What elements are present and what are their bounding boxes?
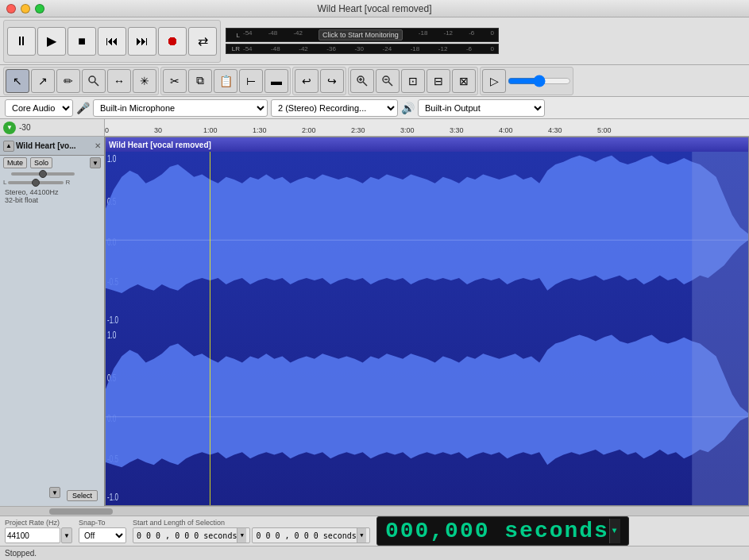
input-device-select[interactable]: Built-in Microphone	[93, 99, 268, 117]
silence-button[interactable]: ▬	[264, 69, 288, 93]
speaker-icon: 🔊	[401, 102, 415, 114]
svg-text:1.0: 1.0	[107, 153, 116, 164]
channel-select[interactable]: 2 (Stereo) Recording...	[271, 99, 398, 117]
time-display: 000,000 seconds ▼	[376, 516, 629, 546]
track-expand-button[interactable]: ▼	[49, 487, 60, 498]
horizontal-scrollbar[interactable]	[0, 506, 749, 516]
playback-meter-row: L -54-48-42 Click to Start Monitoring -1…	[226, 28, 499, 42]
device-row: Core Audio 🎤 Built-in Microphone 2 (Ster…	[0, 97, 749, 119]
track-collapse-button[interactable]: ▲	[3, 141, 14, 152]
project-rate-group: Project Rate (Hz) ▼	[5, 519, 72, 543]
output-device-select[interactable]: Built-in Output	[418, 99, 545, 117]
skip-forward-button[interactable]: ⏭	[128, 27, 156, 56]
trim-button[interactable]: ⊢	[239, 69, 263, 93]
scrollbar-thumb[interactable]	[49, 508, 113, 515]
waveform-area[interactable]: Wild Heart [vocal removed] 1.0 0.5 0.0 -…	[105, 137, 749, 506]
undo-button[interactable]: ↩	[295, 69, 319, 93]
gain-slider-track	[11, 172, 75, 176]
transport-section: ⏸ ▶ ■ ⏮ ⏭ ⏺ ⇄	[3, 20, 221, 63]
play-button[interactable]: ▶	[37, 27, 66, 56]
cut-button[interactable]: ✂	[163, 69, 187, 93]
track-format-info: Stereo, 44100Hz 32-bit float	[0, 187, 104, 206]
pan-row: L R	[0, 178, 104, 187]
multi-tool[interactable]: ✳	[133, 69, 156, 93]
undo-section: ↩ ↪	[292, 67, 346, 95]
snap-select[interactable]: Off	[79, 527, 126, 543]
time-display-dropdown[interactable]: ▼	[609, 519, 620, 543]
transport-toolbar: ⏸ ▶ ■ ⏮ ⏭ ⏺ ⇄ L -54-48-42 Click to Start…	[0, 17, 749, 65]
draw-tool[interactable]: ✏	[56, 69, 80, 93]
project-rate-input[interactable]	[5, 527, 60, 543]
snap-label: Snap-To	[79, 519, 126, 527]
project-rate-dropdown[interactable]: ▼	[61, 527, 72, 543]
paste-button[interactable]: 📋	[214, 69, 237, 93]
play-speed-button[interactable]: ▷	[482, 69, 506, 93]
svg-line-3	[363, 82, 367, 86]
zoom-tool[interactable]	[82, 69, 106, 93]
pan-r-label: R	[65, 179, 70, 186]
project-rate-label: Project Rate (Hz)	[5, 519, 72, 527]
mute-button[interactable]: Mute	[3, 157, 27, 168]
skip-back-button[interactable]: ⏮	[98, 27, 126, 56]
timeline-header: ▼ -30 0 30 1:00 1:30 2:00 2:30 3:00 3:30…	[0, 119, 749, 137]
copy-button[interactable]: ⧉	[188, 69, 212, 93]
svg-point-0	[89, 76, 95, 83]
status-text: Stopped.	[5, 549, 37, 558]
maximize-button[interactable]	[35, 4, 44, 14]
window-title: Wild Heart [vocal removed]	[317, 3, 431, 14]
minimize-button[interactable]	[21, 4, 30, 14]
audio-host-select[interactable]: Core Audio	[5, 99, 73, 117]
timeline-cursor-pos: -30	[19, 123, 30, 132]
waveform-track-title: Wild Heart [vocal removed]	[109, 141, 211, 149]
waveform-track[interactable]: Wild Heart [vocal removed] 1.0 0.5 0.0 -…	[105, 137, 749, 506]
bottom-bar: Project Rate (Hz) ▼ Snap-To Off Start an…	[0, 516, 749, 546]
svg-line-1	[95, 82, 98, 86]
zoom-in-button[interactable]	[350, 69, 374, 93]
svg-text:-1.0: -1.0	[107, 314, 118, 325]
svg-text:1.0: 1.0	[107, 329, 116, 340]
playback-speed-section: ▷	[480, 67, 573, 95]
selection-highlight	[692, 152, 748, 505]
redo-button[interactable]: ↪	[320, 69, 344, 93]
envelope-tool[interactable]: ↗	[31, 69, 55, 93]
sel-start-display: 0 0 0 , 0 0 0 seconds ▼	[133, 527, 250, 543]
pan-slider-track	[8, 181, 64, 184]
zoom-fit-button[interactable]: ⊟	[427, 69, 450, 93]
sel-end-dropdown[interactable]: ▼	[357, 528, 366, 543]
track-header: ▲ Wild Heart [vo... ✕	[0, 137, 104, 156]
timeshift-tool[interactable]: ↔	[107, 69, 131, 93]
pause-button[interactable]: ⏸	[7, 27, 36, 56]
zoom-selection-button[interactable]: ⊡	[401, 69, 425, 93]
zoom-section: ⊡ ⊟ ⊠	[348, 67, 478, 95]
loop-button[interactable]: ⇄	[188, 27, 217, 56]
track-close-button[interactable]: ✕	[95, 141, 101, 150]
select-button[interactable]: Select	[67, 490, 98, 501]
zoom-width-button[interactable]: ⊠	[452, 69, 476, 93]
solo-button[interactable]: Solo	[30, 157, 52, 168]
selection-group: Start and Length of Selection 0 0 0 , 0 …	[133, 519, 370, 543]
svg-line-7	[388, 82, 392, 86]
record-lr-label: LR	[229, 45, 240, 52]
playback-l-label: L	[229, 32, 240, 39]
sel-end-display: 0 0 0 , 0 0 0 seconds ▼	[252, 527, 369, 543]
stop-button[interactable]: ■	[68, 27, 96, 56]
tools-toolbar: ↖ ↗ ✏ ↔ ✳ ✂ ⧉ 📋 ⊢ ▬ ↩ ↪ ⊡ ⊟ ⊠ ▷	[0, 65, 749, 97]
close-button[interactable]	[6, 4, 16, 14]
bottom-channel: 1.0 0.5 0.0 -0.5 -1.0	[106, 329, 748, 502]
gain-row	[0, 170, 104, 178]
window-controls[interactable]	[6, 4, 44, 14]
waveform-title-bar: Wild Heart [vocal removed]	[106, 137, 748, 152]
timeline-marks[interactable]: 0 30 1:00 1:30 2:00 2:30 3:00 3:30 4:00 …	[105, 119, 749, 136]
monitor-button[interactable]: Click to Start Monitoring	[319, 29, 403, 41]
track-menu-button[interactable]: ▼	[90, 157, 101, 168]
sel-start-dropdown[interactable]: ▼	[237, 528, 246, 543]
zoom-out-button[interactable]	[376, 69, 400, 93]
record-button[interactable]: ⏺	[158, 27, 187, 56]
track-controls-panel: ▲ Wild Heart [vo... ✕ Mute Solo ▼ L R St…	[0, 137, 105, 506]
microphone-icon: 🎤	[76, 102, 90, 114]
gain-slider-thumb[interactable]	[39, 170, 47, 178]
speed-slider[interactable]	[508, 78, 571, 84]
select-tool[interactable]: ↖	[6, 69, 29, 93]
track-select-area: ▼ Select	[0, 485, 104, 506]
pan-slider-thumb[interactable]	[32, 179, 40, 187]
